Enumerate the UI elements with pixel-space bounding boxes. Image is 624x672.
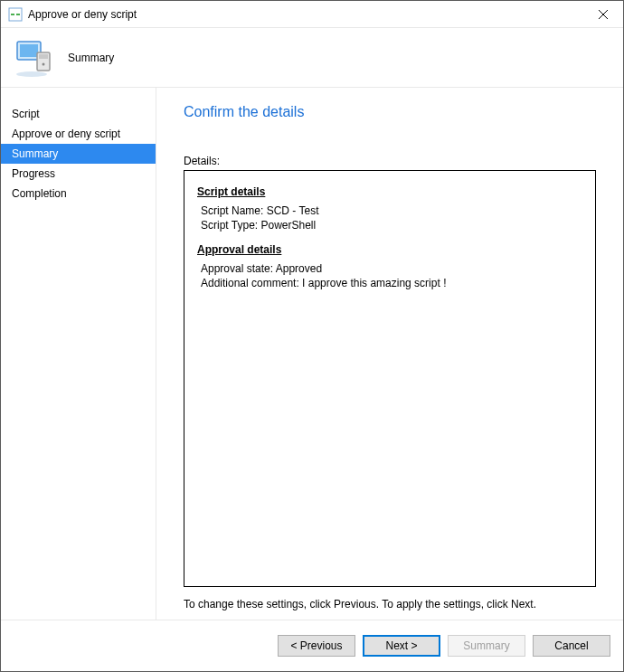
sidebar-item-completion[interactable]: Completion (1, 184, 156, 203)
details-box: Script details Script Name: SCD - Test S… (184, 170, 596, 587)
hint-text: To change these settings, click Previous… (184, 598, 596, 610)
script-name-line: Script Name: SCD - Test (201, 203, 582, 218)
sidebar-item-script[interactable]: Script (1, 104, 156, 124)
cancel-button[interactable]: Cancel (533, 635, 610, 657)
approval-details-heading: Approval details (197, 243, 582, 256)
svg-rect-8 (39, 54, 48, 59)
summary-button: Summary (448, 635, 525, 657)
window-title: Approve or deny script (28, 8, 137, 21)
header-title: Summary (68, 52, 114, 64)
wizard-steps-sidebar: Script Approve or deny script Summary Pr… (1, 88, 156, 620)
svg-point-9 (43, 62, 45, 65)
previous-button[interactable]: < Previous (278, 635, 355, 657)
svg-rect-1 (11, 14, 14, 15)
sidebar-item-approve-deny[interactable]: Approve or deny script (1, 124, 156, 144)
svg-rect-6 (20, 44, 38, 57)
script-details-heading: Script details (197, 185, 582, 198)
wizard-header: Summary (1, 28, 623, 88)
details-label: Details: (184, 155, 596, 167)
main-area: Script Approve or deny script Summary Pr… (1, 88, 623, 620)
page-title: Confirm the details (184, 104, 596, 120)
sidebar-item-summary[interactable]: Summary (1, 144, 156, 164)
close-button[interactable] (582, 1, 623, 28)
svg-point-10 (16, 71, 47, 77)
svg-rect-2 (16, 14, 20, 15)
close-icon (599, 10, 608, 19)
wizard-footer: < Previous Next > Summary Cancel (1, 620, 623, 671)
next-button[interactable]: Next > (363, 635, 440, 657)
computer-icon (12, 36, 55, 80)
app-icon (8, 7, 23, 22)
titlebar: Approve or deny script (1, 1, 623, 28)
sidebar-item-progress[interactable]: Progress (1, 164, 156, 184)
content-pane: Confirm the details Details: Script deta… (156, 88, 623, 620)
script-type-line: Script Type: PowerShell (201, 218, 582, 232)
additional-comment-line: Additional comment: I approve this amazi… (201, 276, 582, 290)
approval-state-line: Approval state: Approved (201, 261, 582, 276)
